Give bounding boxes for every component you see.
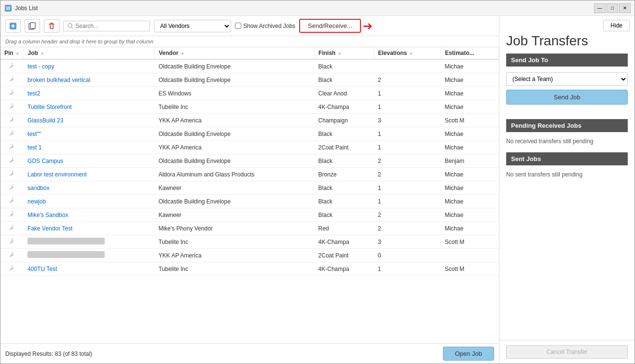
table-row[interactable]: newjobOldcastle Building EnvelopeBlack1M…	[0, 195, 499, 208]
pin-cell	[0, 114, 24, 127]
job-filter-icon[interactable]: ▲	[40, 51, 44, 55]
vendor-cell: Oldcastle Building Envelope	[154, 73, 314, 87]
table-row[interactable]: 400TU TestTubelite Inc4K-Champa1Scott M	[0, 262, 499, 276]
col-pin[interactable]: Pin ▲	[0, 47, 24, 59]
estimator-cell: Michae	[441, 59, 499, 73]
svg-text:W: W	[6, 6, 11, 11]
svg-line-11	[10, 94, 11, 95]
vendor-cell: Oldcastle Building Envelope	[154, 154, 314, 168]
table-row[interactable]: test - copyOldcastle Building EnvelopeBl…	[0, 59, 499, 73]
estimator-cell: Michae	[441, 73, 499, 87]
pin-cell	[0, 181, 24, 195]
open-job-button[interactable]: Open Job	[443, 347, 494, 361]
jobs-table: Pin ▲ Job ▲	[0, 47, 499, 276]
elevations-cell: 1	[374, 100, 441, 114]
finish-cell: Bronze	[315, 168, 374, 181]
vendor-cell: YKK AP America	[154, 249, 314, 262]
elevations-cell: 2	[374, 154, 441, 168]
estimator-cell: Michae	[441, 208, 499, 222]
elevations-cell: 2	[374, 168, 441, 181]
job-cell: Labor test environment	[24, 168, 154, 181]
table-row[interactable]: Labor test environmentAldora Aluminum an…	[0, 168, 499, 181]
job-cell: 400TU Test	[24, 262, 154, 276]
add-job-button[interactable]	[5, 19, 21, 33]
table-row[interactable]: GDS CampusOldcastle Building EnvelopeBla…	[0, 154, 499, 168]
minimize-button[interactable]: —	[594, 3, 606, 13]
elevations-cell: 1	[374, 87, 441, 100]
show-archived-checkbox[interactable]	[235, 23, 241, 29]
finish-filter-icon[interactable]: ▲	[337, 51, 342, 55]
copy-job-button[interactable]	[25, 19, 40, 33]
pin-cell	[0, 195, 24, 208]
table-row[interactable]: broken bulkhead verticalOldcastle Buildi…	[0, 73, 499, 87]
col-estimator[interactable]: Estimato...	[441, 47, 499, 59]
send-receive-container: Send/Receive... ➔	[299, 19, 373, 33]
estimator-cell: Michae	[441, 141, 499, 154]
pending-received-content: No received transfers still pending	[506, 135, 628, 152]
vendor-cell: Oldcastle Building Envelope	[154, 127, 314, 141]
table-row[interactable]: Fake Vendor TestMike's Phony VendorRed2M…	[0, 222, 499, 235]
finish-cell: 2Coat Paint	[315, 141, 374, 154]
sent-jobs-section-header: Sent Jobs	[506, 152, 628, 165]
show-archived-label[interactable]: Show Archived Jobs	[235, 23, 295, 29]
send-job-button[interactable]: Send Job	[506, 90, 628, 105]
estimator-cell: Scott M	[441, 262, 499, 276]
col-vendor[interactable]: Vendor ▲	[154, 47, 314, 59]
finish-cell: Champaign	[315, 114, 374, 127]
svg-line-18	[10, 188, 11, 189]
table-row[interactable]: YKK AP America2Coat Paint0	[0, 249, 499, 262]
job-cell: Mike's Sandbox	[24, 208, 154, 222]
estimator-cell: Michae	[441, 87, 499, 100]
main-content: All Vendors Show Archived Jobs Send/Rece…	[0, 16, 635, 364]
col-job[interactable]: Job ▲	[24, 47, 154, 59]
elevations-cell: 2	[374, 208, 441, 222]
vendor-cell: Tubelite Inc	[154, 262, 314, 276]
finish-cell: Black	[315, 181, 374, 195]
toolbar: All Vendors Show Archived Jobs Send/Rece…	[0, 16, 499, 36]
search-input[interactable]	[75, 23, 143, 29]
pin-filter-icon[interactable]: ▲	[15, 51, 20, 55]
maximize-button[interactable]: □	[607, 3, 618, 13]
svg-line-8	[71, 27, 73, 28]
send-job-section-content: (Select a Team) Send Job	[506, 69, 628, 119]
send-receive-button[interactable]: Send/Receive...	[299, 19, 361, 33]
table-row[interactable]: test2ES WindowsClear Anod1Michae	[0, 87, 499, 100]
col-finish[interactable]: Finish ▲	[315, 47, 374, 59]
job-cell: Tublite Storefront	[24, 100, 154, 114]
job-cell: sandbox	[24, 181, 154, 195]
svg-line-17	[10, 175, 11, 176]
pin-cell	[0, 235, 24, 249]
close-button[interactable]: ✕	[619, 3, 631, 13]
table-row[interactable]: test""Oldcastle Building EnvelopeBlack1M…	[0, 127, 499, 141]
col-elevations[interactable]: Elevations ▲	[374, 47, 441, 59]
select-team-dropdown[interactable]: (Select a Team)	[506, 72, 628, 86]
transfers-body: Send Job To (Select a Team) Send Job Pen…	[499, 54, 635, 340]
elevations-filter-icon[interactable]: ▲	[409, 51, 414, 55]
estimator-cell: Scott M	[441, 114, 499, 127]
table-row[interactable]: sandboxKawneerBlack1Michae	[0, 181, 499, 195]
table-row[interactable]: test 1YKK AP America2Coat Paint1Michae	[0, 141, 499, 154]
cancel-transfer-button[interactable]: Cancel Transfer	[506, 345, 628, 359]
vendor-cell: Tubelite Inc	[154, 235, 314, 249]
window-title: Jobs List	[15, 5, 38, 12]
table-row[interactable]: Tublite StorefrontTubelite Inc4K-Champa1…	[0, 100, 499, 114]
finish-cell: Black	[315, 73, 374, 87]
table-row[interactable]: Tubelite Inc4K-Champa3Scott M	[0, 235, 499, 249]
svg-line-9	[10, 67, 11, 68]
delete-job-button[interactable]	[44, 19, 59, 33]
svg-line-16	[10, 161, 11, 162]
elevations-cell: 3	[374, 114, 441, 127]
vendor-filter-icon[interactable]: ▲	[180, 51, 185, 55]
vendor-cell: YKK AP America	[154, 114, 314, 127]
vendor-filter-select[interactable]: All Vendors	[154, 20, 231, 32]
jobs-table-container[interactable]: Pin ▲ Job ▲	[0, 47, 499, 343]
svg-line-19	[10, 202, 11, 203]
finish-cell: 4K-Champa	[315, 262, 374, 276]
pin-cell	[0, 127, 24, 141]
hide-button[interactable]: Hide	[603, 20, 630, 31]
finish-cell: Black	[315, 208, 374, 222]
pin-cell	[0, 87, 24, 100]
job-cell: test2	[24, 87, 154, 100]
table-row[interactable]: GlassBuild 23YKK AP AmericaChampaign3Sco…	[0, 114, 499, 127]
table-row[interactable]: Mike's SandboxKawneerBlack2Michae	[0, 208, 499, 222]
